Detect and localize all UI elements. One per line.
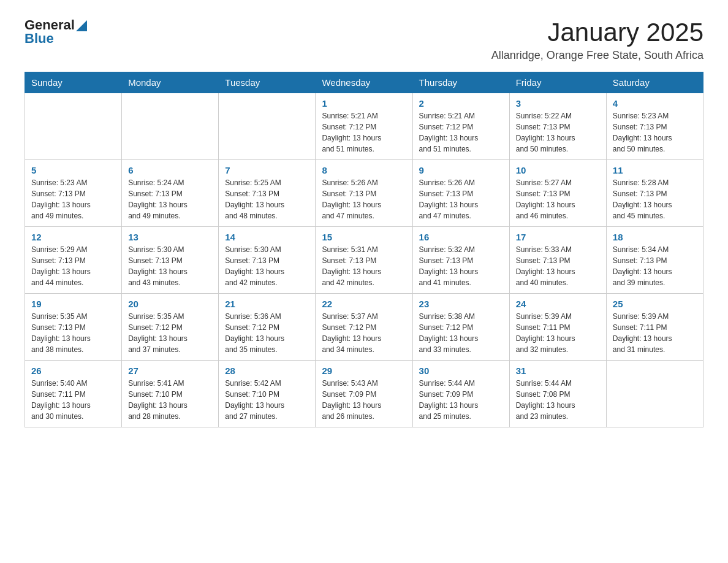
day-info-6: Sunrise: 5:24 AMSunset: 7:13 PMDaylight:… bbox=[128, 177, 212, 221]
header-monday: Monday bbox=[122, 72, 219, 93]
day-number-12: 12 bbox=[31, 232, 115, 242]
day-info-13: Sunrise: 5:30 AMSunset: 7:13 PMDaylight:… bbox=[128, 244, 212, 288]
day-number-4: 4 bbox=[613, 98, 697, 109]
header-wednesday: Wednesday bbox=[316, 72, 412, 93]
calendar-table: Sunday Monday Tuesday Wednesday Thursday… bbox=[25, 72, 703, 427]
day-info-21: Sunrise: 5:36 AMSunset: 7:12 PMDaylight:… bbox=[225, 311, 309, 355]
day-number-25: 25 bbox=[613, 299, 697, 309]
day-number-21: 21 bbox=[225, 299, 309, 309]
calendar-cell-w3d6: 17Sunrise: 5:33 AMSunset: 7:13 PMDayligh… bbox=[509, 227, 606, 294]
day-number-19: 19 bbox=[31, 299, 115, 309]
calendar-cell-w4d1: 19Sunrise: 5:35 AMSunset: 7:13 PMDayligh… bbox=[25, 294, 122, 361]
day-info-16: Sunrise: 5:32 AMSunset: 7:13 PMDaylight:… bbox=[419, 244, 503, 288]
calendar-cell-w2d4: 8Sunrise: 5:26 AMSunset: 7:13 PMDaylight… bbox=[316, 160, 412, 227]
logo-blue: Blue bbox=[25, 32, 54, 45]
day-number-22: 22 bbox=[322, 299, 406, 309]
calendar-cell-w4d4: 22Sunrise: 5:37 AMSunset: 7:12 PMDayligh… bbox=[316, 294, 412, 361]
week-row-2: 5Sunrise: 5:23 AMSunset: 7:13 PMDaylight… bbox=[25, 160, 703, 227]
day-info-10: Sunrise: 5:27 AMSunset: 7:13 PMDaylight:… bbox=[516, 177, 600, 221]
day-number-18: 18 bbox=[613, 232, 697, 242]
day-info-29: Sunrise: 5:43 AMSunset: 7:09 PMDaylight:… bbox=[322, 378, 406, 422]
day-number-14: 14 bbox=[225, 232, 309, 242]
calendar-cell-w2d7: 11Sunrise: 5:28 AMSunset: 7:13 PMDayligh… bbox=[606, 160, 703, 227]
calendar-cell-w5d5: 30Sunrise: 5:44 AMSunset: 7:09 PMDayligh… bbox=[412, 361, 509, 427]
calendar-cell-w4d5: 23Sunrise: 5:38 AMSunset: 7:12 PMDayligh… bbox=[412, 294, 509, 361]
calendar-cell-w4d7: 25Sunrise: 5:39 AMSunset: 7:11 PMDayligh… bbox=[606, 294, 703, 361]
day-number-29: 29 bbox=[322, 366, 406, 376]
calendar-cell-w3d1: 12Sunrise: 5:29 AMSunset: 7:13 PMDayligh… bbox=[25, 227, 122, 294]
calendar-cell-w4d3: 21Sunrise: 5:36 AMSunset: 7:12 PMDayligh… bbox=[219, 294, 316, 361]
day-info-28: Sunrise: 5:42 AMSunset: 7:10 PMDaylight:… bbox=[225, 378, 309, 422]
header-saturday: Saturday bbox=[606, 72, 703, 93]
day-number-6: 6 bbox=[128, 165, 212, 175]
calendar-cell-w5d4: 29Sunrise: 5:43 AMSunset: 7:09 PMDayligh… bbox=[316, 361, 412, 427]
day-info-23: Sunrise: 5:38 AMSunset: 7:12 PMDaylight:… bbox=[419, 311, 503, 355]
calendar-cell-w5d6: 31Sunrise: 5:44 AMSunset: 7:08 PMDayligh… bbox=[509, 361, 606, 427]
day-info-22: Sunrise: 5:37 AMSunset: 7:12 PMDaylight:… bbox=[322, 311, 406, 355]
day-number-30: 30 bbox=[419, 366, 503, 376]
day-info-18: Sunrise: 5:34 AMSunset: 7:13 PMDaylight:… bbox=[613, 244, 697, 288]
day-info-9: Sunrise: 5:26 AMSunset: 7:13 PMDaylight:… bbox=[419, 177, 503, 221]
calendar-cell-w1d5: 2Sunrise: 5:21 AMSunset: 7:12 PMDaylight… bbox=[412, 93, 509, 160]
day-number-5: 5 bbox=[31, 165, 115, 175]
day-info-5: Sunrise: 5:23 AMSunset: 7:13 PMDaylight:… bbox=[31, 177, 115, 221]
day-info-2: Sunrise: 5:21 AMSunset: 7:12 PMDaylight:… bbox=[419, 110, 503, 155]
weekday-header-row: Sunday Monday Tuesday Wednesday Thursday… bbox=[25, 72, 703, 93]
header-tuesday: Tuesday bbox=[219, 72, 316, 93]
calendar-cell-w3d3: 14Sunrise: 5:30 AMSunset: 7:13 PMDayligh… bbox=[219, 227, 316, 294]
day-info-30: Sunrise: 5:44 AMSunset: 7:09 PMDaylight:… bbox=[419, 378, 503, 422]
calendar-cell-w5d7 bbox=[606, 361, 703, 427]
day-number-17: 17 bbox=[516, 232, 600, 242]
day-number-27: 27 bbox=[128, 366, 212, 376]
calendar-cell-w5d2: 27Sunrise: 5:41 AMSunset: 7:10 PMDayligh… bbox=[122, 361, 219, 427]
calendar-cell-w2d6: 10Sunrise: 5:27 AMSunset: 7:13 PMDayligh… bbox=[509, 160, 606, 227]
day-info-14: Sunrise: 5:30 AMSunset: 7:13 PMDaylight:… bbox=[225, 244, 309, 288]
calendar-cell-w4d6: 24Sunrise: 5:39 AMSunset: 7:11 PMDayligh… bbox=[509, 294, 606, 361]
week-row-3: 12Sunrise: 5:29 AMSunset: 7:13 PMDayligh… bbox=[25, 227, 703, 294]
calendar-cell-w3d2: 13Sunrise: 5:30 AMSunset: 7:13 PMDayligh… bbox=[122, 227, 219, 294]
day-number-26: 26 bbox=[31, 366, 115, 376]
day-number-24: 24 bbox=[516, 299, 600, 309]
day-info-17: Sunrise: 5:33 AMSunset: 7:13 PMDaylight:… bbox=[516, 244, 600, 288]
day-info-3: Sunrise: 5:22 AMSunset: 7:13 PMDaylight:… bbox=[516, 110, 600, 155]
day-number-9: 9 bbox=[419, 165, 503, 175]
day-number-13: 13 bbox=[128, 232, 212, 242]
logo-general: General bbox=[25, 18, 75, 32]
day-info-19: Sunrise: 5:35 AMSunset: 7:13 PMDaylight:… bbox=[31, 311, 115, 355]
logo-triangle-icon bbox=[76, 20, 87, 31]
week-row-5: 26Sunrise: 5:40 AMSunset: 7:11 PMDayligh… bbox=[25, 361, 703, 427]
day-info-1: Sunrise: 5:21 AMSunset: 7:12 PMDaylight:… bbox=[322, 110, 406, 155]
day-number-8: 8 bbox=[322, 165, 406, 175]
calendar-cell-w1d3 bbox=[219, 93, 316, 160]
calendar-cell-w2d5: 9Sunrise: 5:26 AMSunset: 7:13 PMDaylight… bbox=[412, 160, 509, 227]
calendar-title: January 2025 bbox=[491, 18, 703, 47]
day-info-7: Sunrise: 5:25 AMSunset: 7:13 PMDaylight:… bbox=[225, 177, 309, 221]
week-row-1: 1Sunrise: 5:21 AMSunset: 7:12 PMDaylight… bbox=[25, 93, 703, 160]
calendar-cell-w1d2 bbox=[122, 93, 219, 160]
page-header: General Blue January 2025 Allanridge, Or… bbox=[25, 18, 703, 62]
svg-marker-0 bbox=[76, 20, 87, 31]
day-info-11: Sunrise: 5:28 AMSunset: 7:13 PMDaylight:… bbox=[613, 177, 697, 221]
calendar-cell-w2d3: 7Sunrise: 5:25 AMSunset: 7:13 PMDaylight… bbox=[219, 160, 316, 227]
header-thursday: Thursday bbox=[412, 72, 509, 93]
day-info-31: Sunrise: 5:44 AMSunset: 7:08 PMDaylight:… bbox=[516, 378, 600, 422]
header-friday: Friday bbox=[509, 72, 606, 93]
day-number-28: 28 bbox=[225, 366, 309, 376]
calendar-cell-w5d3: 28Sunrise: 5:42 AMSunset: 7:10 PMDayligh… bbox=[219, 361, 316, 427]
day-info-15: Sunrise: 5:31 AMSunset: 7:13 PMDaylight:… bbox=[322, 244, 406, 288]
calendar-cell-w5d1: 26Sunrise: 5:40 AMSunset: 7:11 PMDayligh… bbox=[25, 361, 122, 427]
day-info-12: Sunrise: 5:29 AMSunset: 7:13 PMDaylight:… bbox=[31, 244, 115, 288]
day-number-16: 16 bbox=[419, 232, 503, 242]
day-info-4: Sunrise: 5:23 AMSunset: 7:13 PMDaylight:… bbox=[613, 110, 697, 155]
calendar-cell-w1d6: 3Sunrise: 5:22 AMSunset: 7:13 PMDaylight… bbox=[509, 93, 606, 160]
week-row-4: 19Sunrise: 5:35 AMSunset: 7:13 PMDayligh… bbox=[25, 294, 703, 361]
day-info-26: Sunrise: 5:40 AMSunset: 7:11 PMDaylight:… bbox=[31, 378, 115, 422]
calendar-subtitle: Allanridge, Orange Free State, South Afr… bbox=[491, 49, 703, 62]
day-number-23: 23 bbox=[419, 299, 503, 309]
day-number-1: 1 bbox=[322, 98, 406, 109]
day-number-20: 20 bbox=[128, 299, 212, 309]
day-info-8: Sunrise: 5:26 AMSunset: 7:13 PMDaylight:… bbox=[322, 177, 406, 221]
calendar-cell-w2d1: 5Sunrise: 5:23 AMSunset: 7:13 PMDaylight… bbox=[25, 160, 122, 227]
calendar-cell-w4d2: 20Sunrise: 5:35 AMSunset: 7:12 PMDayligh… bbox=[122, 294, 219, 361]
calendar-cell-w3d7: 18Sunrise: 5:34 AMSunset: 7:13 PMDayligh… bbox=[606, 227, 703, 294]
